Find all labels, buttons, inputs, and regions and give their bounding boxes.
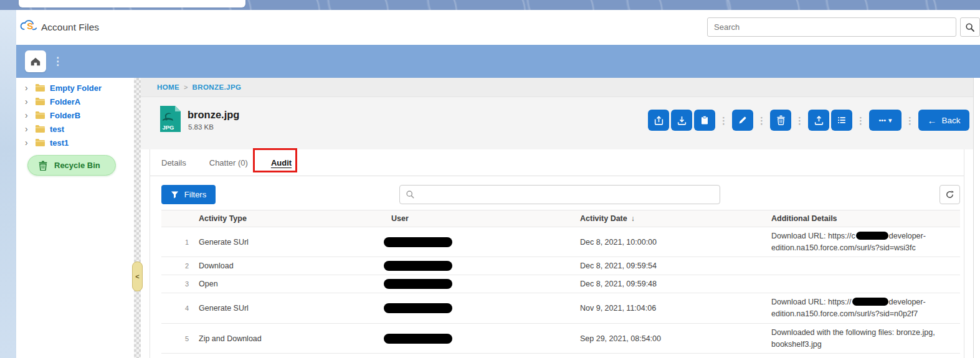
sidebar-item-test[interactable]: › test [16, 122, 134, 136]
recycle-bin-label: Recycle Bin [54, 161, 100, 170]
redacted-user [384, 279, 452, 289]
sidebar-item-label[interactable]: test1 [50, 138, 69, 148]
chevron-right-icon[interactable]: › [25, 138, 34, 147]
folder-icon [35, 111, 45, 120]
trash-icon [39, 161, 47, 171]
breadcrumb-home-link[interactable]: HOME [157, 83, 179, 91]
global-search-button[interactable] [960, 17, 980, 37]
home-button[interactable] [25, 50, 46, 72]
chevron-right-icon[interactable]: › [25, 111, 34, 120]
filters-button[interactable]: Filters [161, 185, 216, 204]
breadcrumb: HOME > BRONZE.JPG [141, 78, 973, 97]
back-button-label: Back [941, 116, 960, 125]
download-button[interactable] [671, 110, 692, 131]
sidebar-item-label[interactable]: FolderB [50, 111, 80, 120]
pencil-icon [738, 115, 748, 125]
table-row[interactable]: 3 Open Dec 8, 2021, 09:59:48 [161, 275, 960, 293]
svg-text:S: S [27, 21, 33, 31]
window-remnant [19, 0, 245, 7]
details-cell: Download URL: https://developer-edition.… [771, 293, 960, 323]
chevron-right-icon[interactable]: › [25, 97, 34, 106]
table-header-row: Activity Type User Activity Date ↓ Addit… [161, 210, 960, 227]
recycle-bin-button[interactable]: Recycle Bin [27, 155, 116, 176]
global-search-input[interactable] [707, 17, 956, 37]
redacted-user [384, 303, 452, 313]
page-title: Account Files [41, 22, 99, 33]
row-number: 1 [161, 238, 199, 246]
col-activity-date[interactable]: Activity Date ↓ [579, 214, 771, 223]
sidebar-item-empty-folder[interactable]: › Empty Folder [16, 81, 134, 95]
activity-date-cell: Dec 8, 2021, 09:59:48 [579, 280, 771, 288]
chevron-right-icon[interactable]: › [25, 125, 34, 133]
upload-share-button[interactable] [808, 110, 829, 131]
edit-button[interactable] [732, 110, 753, 131]
table-row[interactable]: 1 Generate SUrl Dec 8, 2021, 10:00:00 Do… [161, 227, 960, 257]
sidebar-item-folderb[interactable]: › FolderB [16, 108, 134, 122]
redacted-user [384, 237, 452, 247]
audit-search [399, 185, 720, 204]
col-user[interactable]: User [384, 214, 579, 223]
trash-icon [776, 115, 786, 125]
details-list-button[interactable] [831, 110, 852, 131]
refresh-button[interactable] [940, 185, 960, 204]
caret-down-icon: ▾ [888, 116, 892, 125]
folder-icon [35, 138, 45, 147]
user-cell [384, 334, 579, 344]
activity-date-cell: Nov 9, 2021, 11:04:06 [579, 304, 771, 313]
details-cell: Downloaded with the following files: bro… [771, 324, 960, 354]
table-row[interactable]: 4 Generate SUrl Nov 9, 2021, 11:04:06 Do… [161, 293, 960, 324]
activity-type-cell: Generate SUrl [199, 304, 384, 313]
filters-button-label: Filters [184, 190, 206, 199]
sidebar-item-foldera[interactable]: › FolderA [16, 95, 134, 108]
activity-date-cell: Dec 8, 2021, 10:00:00 [579, 238, 771, 247]
sidebar-splitter[interactable] [134, 78, 141, 358]
more-actions-button[interactable]: ••• ▾ [869, 110, 902, 131]
tab-audit[interactable]: Audit [271, 158, 292, 167]
audit-table: Activity Type User Activity Date ↓ Addit… [161, 210, 960, 354]
sidebar-item-test1[interactable]: › test1 [16, 136, 134, 149]
audit-search-input[interactable] [399, 185, 720, 204]
table-row[interactable]: 5 Zip and Download Sep 29, 2021, 08:54:0… [161, 324, 960, 354]
svg-text:JPG: JPG [163, 124, 174, 131]
sidebar-collapse-handle[interactable]: < [132, 261, 143, 291]
sidebar-item-label[interactable]: test [50, 125, 64, 134]
tab-details[interactable]: Details [161, 158, 186, 167]
back-button[interactable]: ← Back [918, 110, 969, 131]
upload-icon [814, 115, 824, 126]
activity-date-cell: Sep 29, 2021, 08:54:00 [579, 334, 771, 343]
breadcrumb-current: BRONZE.JPG [193, 83, 242, 91]
user-cell [384, 261, 579, 271]
row-number: 2 [161, 262, 199, 270]
delete-button[interactable] [770, 110, 791, 131]
desktop-wallpaper-left [0, 10, 16, 358]
action-separator-dots-icon: ⋮ [717, 116, 730, 125]
file-name: bronze.jpg [188, 109, 239, 121]
user-cell [384, 237, 579, 247]
col-additional-details[interactable]: Additional Details [771, 214, 960, 223]
sidebar-item-label[interactable]: FolderA [50, 97, 80, 106]
tab-chatter[interactable]: Chatter (0) [209, 158, 248, 167]
tab-bar: Details Chatter (0) Audit [150, 149, 964, 176]
details-cell: Download URL: https://cdeveloper-edition… [771, 227, 960, 257]
sidebar-item-label[interactable]: Empty Folder [50, 83, 102, 93]
col-activity-type[interactable]: Activity Type [199, 214, 384, 223]
copy-clipboard-button[interactable] [694, 110, 715, 131]
file-header: JPG bronze.jpg 5.83 KB [141, 97, 973, 149]
chevron-right-icon[interactable]: › [25, 83, 34, 92]
open-in-window-icon [654, 115, 664, 126]
sort-descending-icon[interactable]: ↓ [631, 214, 635, 223]
action-separator-dots-icon: ⋮ [903, 116, 916, 125]
arrow-left-icon: ← [927, 115, 936, 126]
details-cell [771, 263, 960, 269]
toolbar-dots-icon[interactable]: ⋮ [52, 50, 63, 72]
activity-date-cell: Dec 8, 2021, 09:59:54 [579, 261, 771, 270]
action-separator-dots-icon: ⋮ [854, 116, 867, 125]
open-file-button[interactable] [648, 110, 669, 131]
folder-icon [35, 125, 45, 133]
row-number: 3 [161, 280, 199, 288]
row-number: 5 [161, 335, 199, 342]
table-row[interactable]: 2 Download Dec 8, 2021, 09:59:54 [161, 257, 960, 275]
activity-type-cell: Generate SUrl [199, 238, 384, 247]
details-cell [771, 281, 960, 287]
folder-toolbar: ⋮ [16, 45, 980, 78]
